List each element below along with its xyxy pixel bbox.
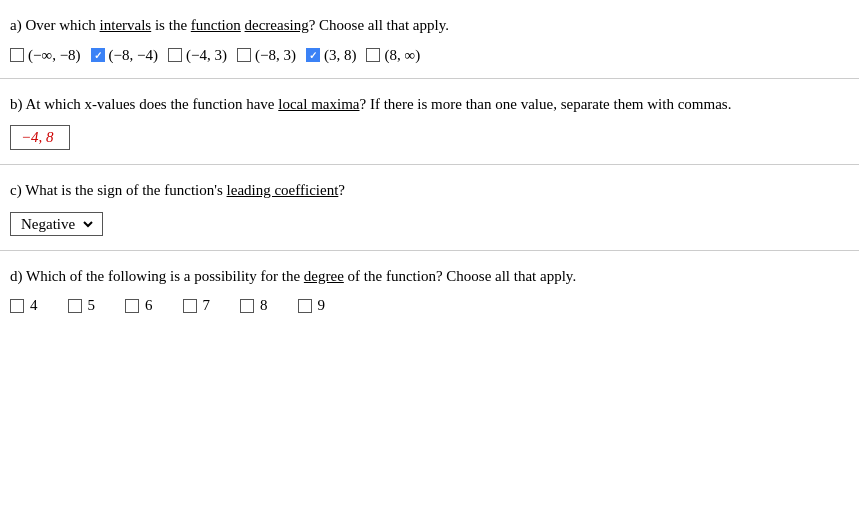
interval-label-6: (8, ∞) [384, 47, 420, 64]
section-c: c) What is the sign of the function's le… [0, 165, 859, 251]
checkbox-4[interactable] [237, 48, 251, 62]
degree-label-5: 5 [88, 297, 96, 314]
section-b: b) At which x-values does the function h… [0, 79, 859, 166]
degree-item-5[interactable]: 5 [68, 297, 96, 314]
local-maxima-link: local maxima [278, 96, 359, 112]
interval-item-1[interactable]: (−∞, −8) [10, 47, 81, 64]
section-a: a) Over which intervals is the function … [0, 0, 859, 79]
question-a-end: ? Choose all that apply. [309, 17, 449, 33]
interval-label-1: (−∞, −8) [28, 47, 81, 64]
checkbox-d4[interactable] [10, 299, 24, 313]
question-b-rest: ? If there is more than one value, separ… [359, 96, 731, 112]
decreasing-link: decreasing [245, 17, 309, 33]
degree-link: degree [304, 268, 344, 284]
question-d-label: d) Which of the following is a possibili… [10, 268, 304, 284]
degree-item-6[interactable]: 6 [125, 297, 153, 314]
function-link-a: function [191, 17, 241, 33]
interval-label-4: (−8, 3) [255, 47, 296, 64]
degree-label-9: 9 [318, 297, 326, 314]
section-d: d) Which of the following is a possibili… [0, 251, 859, 329]
question-a-rest: is the [151, 17, 191, 33]
question-c-text: c) What is the sign of the function's le… [10, 179, 841, 202]
checkbox-d5[interactable] [68, 299, 82, 313]
question-a-text: a) Over which intervals is the function … [10, 14, 841, 37]
checkbox-d8[interactable] [240, 299, 254, 313]
checkbox-6[interactable] [366, 48, 380, 62]
checkbox-d9[interactable] [298, 299, 312, 313]
interval-item-5[interactable]: (3, 8) [306, 47, 357, 64]
interval-item-6[interactable]: (8, ∞) [366, 47, 420, 64]
checkbox-3[interactable] [168, 48, 182, 62]
degree-item-9[interactable]: 9 [298, 297, 326, 314]
degree-item-4[interactable]: 4 [10, 297, 38, 314]
question-b-text: b) At which x-values does the function h… [10, 93, 841, 116]
question-b-label: b) At which x-values does the function h… [10, 96, 278, 112]
degree-item-8[interactable]: 8 [240, 297, 268, 314]
interval-label-2: (−8, −4) [109, 47, 158, 64]
interval-label-3: (−4, 3) [186, 47, 227, 64]
checkbox-d7[interactable] [183, 299, 197, 313]
interval-item-2[interactable]: (−8, −4) [91, 47, 158, 64]
question-d-rest: of the function? Choose all that apply. [344, 268, 576, 284]
degree-label-6: 6 [145, 297, 153, 314]
question-c-label: c) What is the sign of the function's [10, 182, 227, 198]
degree-label-4: 4 [30, 297, 38, 314]
local-maxima-answer: −4, 8 [10, 125, 70, 150]
degree-checkboxes: 4 5 6 7 8 9 [10, 297, 841, 314]
sign-dropdown-wrapper[interactable]: Negative Positive [10, 212, 103, 236]
interval-item-3[interactable]: (−4, 3) [168, 47, 227, 64]
interval-item-4[interactable]: (−8, 3) [237, 47, 296, 64]
intervals-checkboxes: (−∞, −8) (−8, −4) (−4, 3) (−8, 3) (3, 8)… [10, 47, 841, 64]
checkbox-5[interactable] [306, 48, 320, 62]
question-a-label: a) Over which [10, 17, 100, 33]
intervals-link: intervals [100, 17, 152, 33]
question-d-text: d) Which of the following is a possibili… [10, 265, 841, 288]
leading-coefficient-link: leading coefficient [227, 182, 339, 198]
checkbox-d6[interactable] [125, 299, 139, 313]
question-c-end: ? [338, 182, 345, 198]
degree-label-7: 7 [203, 297, 211, 314]
checkbox-1[interactable] [10, 48, 24, 62]
degree-item-7[interactable]: 7 [183, 297, 211, 314]
degree-label-8: 8 [260, 297, 268, 314]
sign-dropdown[interactable]: Negative Positive [17, 215, 96, 233]
checkbox-2[interactable] [91, 48, 105, 62]
main-container: a) Over which intervals is the function … [0, 0, 859, 511]
interval-label-5: (3, 8) [324, 47, 357, 64]
